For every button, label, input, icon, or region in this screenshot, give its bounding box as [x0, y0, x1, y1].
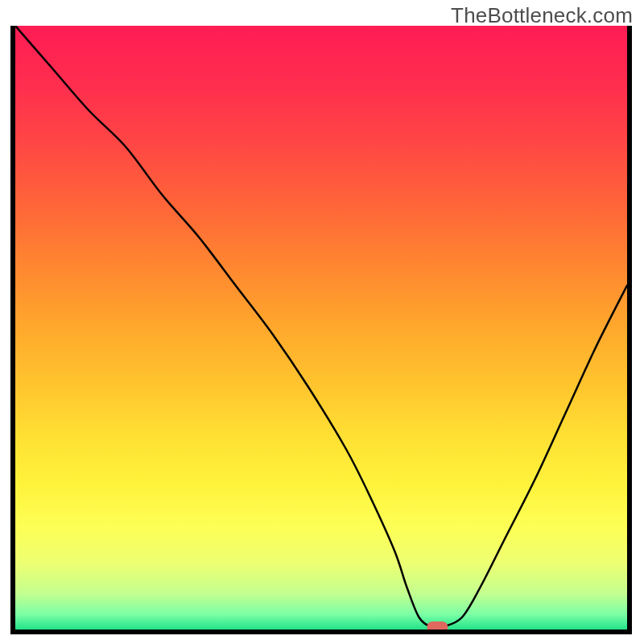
- optimal-point-marker: [427, 621, 448, 630]
- bottleneck-chart: TheBottleneck.com: [0, 0, 644, 644]
- chart-plot-area: [15, 26, 627, 630]
- gradient-background: [15, 26, 627, 630]
- watermark-text: TheBottleneck.com: [451, 3, 633, 28]
